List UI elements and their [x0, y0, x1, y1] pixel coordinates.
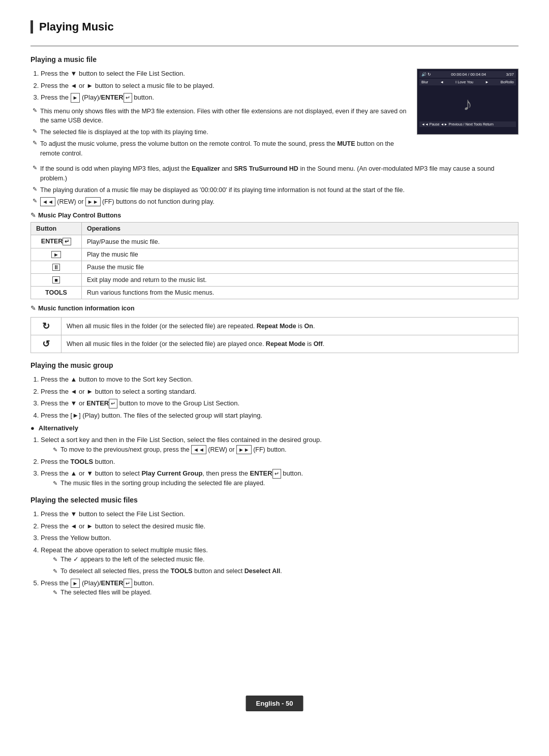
section-playing-selected-files: Playing the selected music files Press t…: [30, 496, 518, 597]
player-track-bar: Blur ◄ I Love You ► BoRollo: [419, 79, 516, 85]
player-image-col: 🔊 ↻ 00:00:04 / 00:04:04 3/37 Blur ◄ I Lo…: [417, 69, 518, 160]
icon-function-table: ↻ When all music files in the folder (or…: [30, 317, 518, 353]
table-row: ■ Exit play mode and return to the music…: [31, 274, 518, 287]
icon-table-title: Music function information icon: [38, 305, 135, 312]
icon-table-section: ✎ Music function information icon ↻ When…: [30, 304, 518, 353]
col-operations: Operations: [82, 223, 518, 235]
player-controls: ◄◄ Pause ◄► Previous / Next Tools Return: [421, 122, 494, 126]
section-playing-music-file: Playing a music file Press the ▼ button …: [30, 55, 518, 353]
sel-step-1: Press the ▼ button to select the File Li…: [41, 509, 518, 519]
btn-enter: ENTER↵: [31, 235, 82, 248]
icon-row-repeat-on: ↻ When all music files in the folder (or…: [31, 318, 518, 335]
sel-note-1: ✎ The ✓ appears to the left of the selec…: [51, 555, 518, 564]
player-mockup: 🔊 ↻ 00:00:04 / 00:04:04 3/37 Blur ◄ I Lo…: [417, 69, 518, 135]
player-bottom-bar: ◄◄ Pause ◄► Previous / Next Tools Return: [419, 121, 516, 127]
content-area: Press the ▼ button to select the File Li…: [30, 69, 518, 160]
group-step-3: Press the ▼ or ENTER↵ button to move to …: [41, 398, 518, 408]
step-1: Press the ▼ button to select the File Li…: [41, 69, 407, 79]
section-title-music-group: Playing the music group: [30, 361, 518, 369]
col-button: Button: [31, 223, 82, 235]
table-note-icon: ✎: [30, 211, 36, 219]
btn-stop: ■: [31, 274, 82, 287]
section-rule: [30, 46, 518, 46]
player-top-bar: 🔊 ↻ 00:00:04 / 00:04:04 3/37: [419, 71, 516, 78]
btn-play: ►: [31, 248, 82, 261]
player-time: 00:00:04 / 00:04:04: [451, 72, 486, 77]
table-row: TOOLS Run various functions from the Mus…: [31, 287, 518, 299]
sel-step-3: Press the Yellow button.: [41, 533, 518, 543]
group-step-4: Press the [►] (Play) button. The files o…: [41, 411, 518, 421]
icon-desc-repeat-off: When all music files in the folder (or t…: [62, 335, 518, 353]
note-text-2: The selected file is displayed at the to…: [40, 128, 208, 137]
group-step-1: Press the ▲ button to move to the Sort k…: [41, 374, 518, 385]
table-row: II Pause the music file: [31, 261, 518, 274]
sel-step-4: Repeat the above operation to select mul…: [41, 545, 518, 576]
page-footer: English - 50: [246, 696, 303, 711]
alt-note-2: ✎ The music files in the sorting group i…: [51, 479, 518, 488]
icon-desc-repeat-on: When all music files in the folder (or t…: [62, 318, 518, 335]
music-play-table-section: ✎ Music Play Control Buttons Button Oper…: [30, 211, 518, 299]
section-playing-music-group: Playing the music group Press the ▲ butt…: [30, 361, 518, 488]
prev-track: Blur: [421, 80, 428, 84]
note-text-1: This menu only shows files with the MP3 …: [40, 107, 407, 126]
note-2: ✎ The selected file is displayed at the …: [30, 128, 407, 137]
alternatively-label: ● Alternatively: [30, 424, 518, 432]
player-art: ♪: [419, 87, 516, 120]
note-4: ✎ If the sound is odd when playing MP3 f…: [30, 164, 518, 183]
note-text-3: To adjust the music volume, press the vo…: [40, 139, 407, 159]
op-play: Play the music file: [82, 248, 518, 261]
next-track: BoRollo: [501, 80, 514, 84]
note-5: ✎ The playing duration of a music file m…: [30, 185, 518, 195]
sel-note-2: ✎ To deselect all selected files, press …: [51, 566, 518, 576]
btn-tools: TOOLS: [31, 287, 82, 299]
note-1: ✎ This menu only shows files with the MP…: [30, 107, 407, 126]
alt-step-1: Select a sort key and then in the File L…: [41, 435, 518, 454]
op-pause: Pause the music file: [82, 261, 518, 274]
group-steps-list: Press the ▲ button to move to the Sort k…: [41, 374, 518, 420]
note-text-6: ◄◄ (REW) or ►► (FF) buttons do not funct…: [40, 197, 215, 207]
selected-steps-list: Press the ▼ button to select the File Li…: [41, 509, 518, 597]
group-step-2: Press the ◄ or ► button to select a sort…: [41, 387, 518, 397]
note-icon-2: ✎: [33, 128, 37, 135]
sel-note-3: ✎ The selected files will be played.: [51, 588, 518, 597]
section-title-music-file: Playing a music file: [30, 55, 518, 64]
op-stop: Exit play mode and return to the music l…: [82, 274, 518, 287]
note-icon-4: ✎: [33, 165, 37, 171]
player-track-num: 3/37: [506, 72, 514, 77]
alt-note-1: ✎ To move to the previous/next group, pr…: [51, 445, 518, 455]
alt-step-2: Press the TOOLS button.: [41, 457, 518, 467]
note-text-5: The playing duration of a music file may…: [40, 185, 405, 195]
table-label: ✎ Music Play Control Buttons: [30, 211, 518, 219]
table-row: ENTER↵ Play/Pause the music file.: [31, 235, 518, 248]
note-icon-3: ✎: [33, 140, 37, 146]
btn-pause: II: [31, 261, 82, 274]
step-2: Press the ◄ or ► button to select a musi…: [41, 81, 407, 91]
section-title-selected-files: Playing the selected music files: [30, 496, 518, 504]
icon-repeat-on: ↻: [31, 318, 62, 335]
table-row: ► Play the music file: [31, 248, 518, 261]
icon-repeat-off: ↺: [31, 335, 62, 353]
note-icon-1: ✎: [33, 107, 37, 114]
alt-steps-list: Select a sort key and then in the File L…: [41, 435, 518, 488]
text-column: Press the ▼ button to select the File Li…: [30, 69, 407, 160]
alt-step-3: Press the ▲ or ▼ button to select Play C…: [41, 468, 518, 488]
note-text-4: If the sound is odd when playing MP3 fil…: [40, 164, 518, 183]
table-title: Music Play Control Buttons: [38, 212, 121, 219]
note-icon-6: ✎: [33, 198, 37, 204]
note-6: ✎ ◄◄ (REW) or ►► (FF) buttons do not fun…: [30, 197, 518, 207]
alternatively-text: Alternatively: [39, 424, 78, 432]
page-title: Playing Music: [39, 20, 518, 34]
note-icon-5: ✎: [33, 186, 37, 193]
icon-table-label: ✎ Music function information icon: [30, 304, 518, 312]
music-controls-table: Button Operations ENTER↵ Play/Pause the …: [30, 222, 518, 299]
step-3: Press the ► (Play)/ENTER↵ button.: [41, 92, 407, 103]
op-enter: Play/Pause the music file.: [82, 235, 518, 248]
player-icons: 🔊 ↻: [421, 72, 431, 77]
music-note-icon: ♪: [463, 93, 472, 115]
icon-row-repeat-off: ↺ When all music files in the folder (or…: [31, 335, 518, 353]
sel-step-5: Press the ► (Play)/ENTER↵ button. ✎ The …: [41, 578, 518, 597]
sel-step-2: Press the ◄ or ► button to select the de…: [41, 521, 518, 531]
page-header: Playing Music: [30, 20, 518, 34]
op-tools: Run various functions from the Music men…: [82, 287, 518, 299]
note-3: ✎ To adjust the music volume, press the …: [30, 139, 407, 159]
